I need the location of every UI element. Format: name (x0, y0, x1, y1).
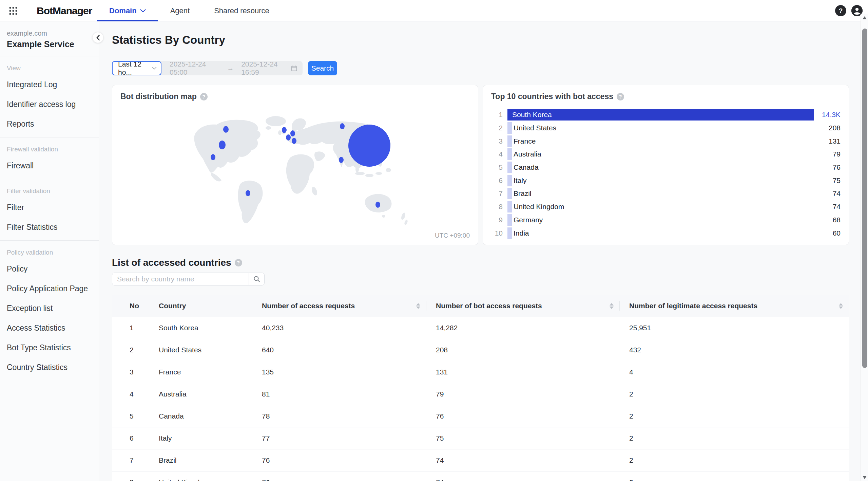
top10-help-icon[interactable]: ? (617, 93, 624, 100)
sidebar-item-access-statistics[interactable]: Access Statistics (0, 318, 99, 338)
map-dot-canada[interactable] (223, 126, 229, 133)
top10-rank: 6 (491, 177, 503, 185)
top10-row[interactable]: 3France131 (491, 134, 841, 148)
cell-country: United States (149, 339, 252, 361)
map-dot-australia[interactable] (375, 202, 380, 208)
cell-no: 1 (112, 317, 149, 339)
sidebar-item-country-statistics[interactable]: Country Statistics (0, 357, 99, 377)
sidebar-item-bot-type-statistics[interactable]: Bot Type Statistics (0, 338, 99, 357)
map-dot-russia[interactable] (340, 123, 345, 129)
sidebar-item-filter-statistics[interactable]: Filter Statistics (0, 217, 99, 237)
table-row[interactable]: 5Canada78762 (112, 405, 849, 427)
map-dot-united-states[interactable] (219, 141, 226, 149)
chevron-left-icon (96, 35, 100, 41)
sidebar-item-identifier-access-log[interactable]: Identifier access log (0, 94, 99, 114)
sidebar-item-firewall[interactable]: Firewall (0, 156, 99, 175)
help-icon[interactable]: ? (835, 5, 846, 16)
map-help-icon[interactable]: ? (200, 93, 208, 100)
sort-up-arrow (610, 303, 614, 306)
sidebar-item-filter[interactable]: Filter (0, 198, 99, 217)
table-row[interactable]: 1South Korea40,23314,28225,951 (112, 317, 849, 339)
sidebar-collapse-button[interactable] (92, 32, 103, 43)
sidebar-item-policy[interactable]: Policy (0, 259, 99, 279)
sort-up-arrow (839, 303, 843, 306)
sidebar-service-name[interactable]: Example Service (0, 37, 99, 56)
sort-icon[interactable] (839, 303, 843, 309)
tab-shared-resource[interactable]: Shared resource (202, 0, 282, 21)
sidebar-section-label: Policy validation (0, 249, 99, 259)
top10-row[interactable]: 7Brazil74 (491, 187, 841, 200)
sidebar-item-policy-application-page[interactable]: Policy Application Page (0, 279, 99, 298)
cell-bot-access-requests: 74 (426, 471, 620, 481)
country-search (112, 273, 265, 285)
tab-domain[interactable]: Domain (97, 0, 158, 21)
country-search-input[interactable] (112, 273, 249, 285)
sidebar-item-integrated-log[interactable]: Integrated Log (0, 75, 99, 94)
scrollbar-up-arrow[interactable] (863, 16, 867, 19)
sidebar-item-exception-list[interactable]: Exception list (0, 298, 99, 318)
tab-agent[interactable]: Agent (158, 0, 202, 21)
top10-value: 131 (814, 137, 841, 145)
cell-no: 6 (112, 427, 149, 449)
top10-row[interactable]: 6Italy75 (491, 174, 841, 187)
table-row[interactable]: 7Brazil76742 (112, 449, 849, 471)
map-dot-france[interactable] (286, 134, 291, 141)
sidebar-section: ViewIntegrated LogIdentifier access logR… (0, 64, 99, 137)
cell-country: Brazil (149, 449, 252, 471)
search-button[interactable]: Search (308, 61, 337, 75)
app-grid-icon[interactable] (9, 6, 18, 15)
map-dot-italy[interactable] (292, 138, 296, 144)
time-range-select[interactable]: Last 12 ho... (112, 61, 161, 75)
top10-row[interactable]: 4Australia79 (491, 148, 841, 161)
page-scrollbar[interactable] (861, 14, 868, 481)
column-header-number-of-legitimate-access-requests[interactable]: Number of legitimate access requests (620, 295, 849, 317)
scrollbar-down-arrow[interactable] (863, 476, 867, 479)
sidebar-section: Filter validationFilterFilter Statistics (0, 187, 99, 240)
top10-country: South Korea (512, 109, 552, 121)
map-dot-germany[interactable] (290, 130, 295, 136)
date-range-input[interactable]: 2025-12-24 05:00 → 2025-12-24 16:59 (160, 61, 303, 75)
sidebar-divider (0, 137, 99, 137)
sidebar-item-reports[interactable]: Reports (0, 114, 99, 134)
top10-bar-zone: India (507, 227, 814, 239)
top10-bar-zone: Brazil (507, 187, 814, 200)
scrollbar-thumb[interactable] (862, 29, 867, 368)
top10-row[interactable]: 10India60 (491, 226, 841, 240)
top10-card-title: Top 10 countries with bot access ? (491, 92, 624, 101)
country-search-button[interactable] (249, 273, 264, 285)
cell-bot-access-requests: 131 (426, 361, 620, 383)
top10-row[interactable]: 9Germany68 (491, 214, 841, 227)
top10-row[interactable]: 1South Korea14.3K (491, 108, 841, 122)
top10-row[interactable]: 5Canada76 (491, 161, 841, 174)
table-row[interactable]: 8United Kingdom76742 (112, 471, 849, 481)
top10-country: India (514, 227, 529, 239)
map-dot-south-korea[interactable] (348, 125, 390, 167)
cell-country: South Korea (149, 317, 252, 339)
map-dot-india[interactable] (339, 157, 344, 163)
sort-icon[interactable] (416, 303, 420, 309)
cell-country: United Kingdom (149, 471, 252, 481)
top10-row[interactable]: 8United Kingdom74 (491, 200, 841, 214)
list-help-icon[interactable]: ? (235, 259, 242, 266)
sidebar-divider (0, 179, 99, 179)
date-start: 2025-12-24 05:00 (170, 60, 219, 76)
map-dot-mexico[interactable] (211, 154, 215, 160)
table-row[interactable]: 6Italy77752 (112, 427, 849, 449)
table-header-row: NoCountryNumber of access requestsNumber… (112, 295, 849, 317)
table-row[interactable]: 2United States640208432 (112, 339, 849, 361)
cell-legitimate-access-requests: 432 (620, 339, 849, 361)
column-header-number-of-bot-access-requests[interactable]: Number of bot access requests (426, 295, 620, 317)
column-header-number-of-access-requests[interactable]: Number of access requests (252, 295, 426, 317)
bot-distribution-map-card: Bot distribution map ? (112, 85, 478, 245)
map-dot-united-kingdom[interactable] (282, 127, 287, 133)
sidebar-sections: ViewIntegrated LogIdentifier access logR… (0, 64, 99, 381)
table-row[interactable]: 3France1351314 (112, 361, 849, 383)
top10-row[interactable]: 2United States208 (491, 122, 841, 135)
top10-bar-zone: Germany (507, 214, 814, 226)
topbar-tabs: DomainAgentShared resource (97, 0, 282, 21)
map-dot-brazil[interactable] (246, 190, 250, 196)
table-row[interactable]: 4Australia81792 (112, 383, 849, 405)
cell-no: 4 (112, 383, 149, 405)
column-label: No (130, 302, 139, 310)
sort-icon[interactable] (610, 303, 614, 309)
